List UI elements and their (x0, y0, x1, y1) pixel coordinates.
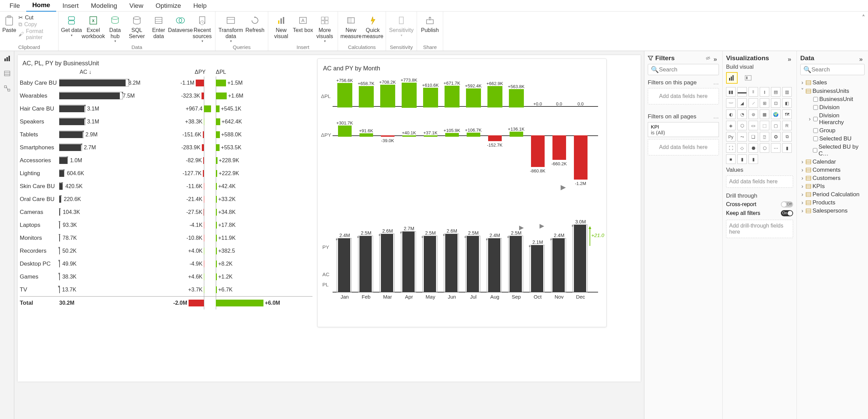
viz-type-item[interactable]: ⛶ (726, 143, 736, 153)
viz-type-item[interactable]: ⬚ (760, 121, 769, 130)
recent-sources-button[interactable]: Recent sources▾ (191, 13, 213, 43)
values-drop[interactable]: Add data fields here (726, 175, 793, 188)
viz-type-item[interactable]: ⊡ (771, 98, 781, 108)
viz-type-item[interactable]: ◈ (726, 121, 736, 130)
data-search[interactable]: 🔍 (800, 64, 865, 75)
get-data-button[interactable]: Get data▾ (61, 13, 82, 37)
viz-type-item[interactable]: R (782, 121, 792, 130)
page-filters-drop[interactable]: Add data fields here (648, 88, 719, 104)
viz-type-item[interactable]: ▦ (760, 110, 769, 119)
viz-type-item[interactable]: ◔ (737, 110, 747, 119)
viz-type-item[interactable]: ▮ (737, 154, 747, 164)
viz-type-item[interactable]: ■ (726, 154, 736, 164)
field-checkbox[interactable] (813, 128, 818, 133)
tree-field[interactable]: Division (800, 103, 865, 112)
field-checkbox[interactable] (813, 117, 818, 121)
bu-chart-visual[interactable]: AC, PL, PY by BusinessUnit AC ↓ ΔPY ΔPL … (20, 57, 312, 309)
filters-search[interactable]: 🔍 (648, 64, 719, 75)
expand-viz-icon[interactable]: » (788, 55, 793, 61)
menu-help[interactable]: Help (187, 0, 213, 12)
ribbon-collapse-icon[interactable]: ˄ (862, 14, 865, 21)
report-canvas[interactable]: AC, PL, PY by BusinessUnit AC ↓ ΔPY ΔPL … (14, 51, 644, 419)
drill-through-drop[interactable]: Add drill-through fields here (726, 220, 793, 238)
viz-type-item[interactable]: ▥ (782, 87, 792, 97)
viz-type-item[interactable]: ◢ (737, 98, 747, 108)
dataverse-button[interactable]: Dataverse (170, 13, 191, 33)
tree-table-salespersons[interactable]: ›Salespersons (800, 207, 865, 215)
tree-field[interactable]: Group (800, 127, 865, 135)
menu-optimize[interactable]: Optimize (149, 0, 187, 12)
menu-view[interactable]: View (123, 0, 149, 12)
viz-type-item[interactable]: ▭ (749, 121, 758, 130)
viz-type-item[interactable]: ◧ (782, 98, 792, 108)
viz-type-item[interactable]: ✪ (771, 132, 781, 141)
month-chart-visual[interactable]: AC and PY by Month ΔPL +756.6K+658.7K+70… (317, 58, 607, 327)
format-visual-tab[interactable] (742, 72, 754, 84)
viz-type-item[interactable]: 〰 (726, 98, 736, 108)
tree-table-products[interactable]: ›Products (800, 199, 865, 207)
sql-server-button[interactable]: SQL Server (126, 13, 148, 39)
data-view-icon[interactable] (3, 69, 11, 78)
viz-type-item[interactable]: 🗺 (782, 110, 792, 119)
viz-type-item[interactable]: ▤ (771, 87, 781, 97)
viz-type-item[interactable]: ⊚ (749, 110, 758, 119)
excel-workbook-button[interactable]: XExcel workbook (82, 13, 104, 39)
play-icon[interactable]: ▶ (540, 222, 544, 230)
viz-type-item[interactable]: ⤳ (737, 132, 747, 141)
viz-type-item[interactable]: ⍰ (760, 132, 769, 141)
refresh-button[interactable]: Refresh (244, 13, 266, 33)
viz-type-item[interactable]: ⬣ (749, 143, 758, 153)
cut-button[interactable]: ✂Cut (18, 14, 56, 21)
viz-type-item[interactable]: 🌍 (771, 110, 781, 119)
data-search-input[interactable] (811, 66, 868, 73)
report-view-icon[interactable] (3, 54, 11, 63)
viz-type-item[interactable]: ⬡ (760, 143, 769, 153)
viz-type-item[interactable]: ⋯ (771, 143, 781, 153)
paste-button[interactable]: Paste (2, 13, 16, 33)
model-view-icon[interactable] (3, 84, 11, 93)
expand-data-icon[interactable]: » (859, 55, 865, 61)
filters-search-input[interactable] (659, 66, 731, 73)
viz-type-item[interactable]: ⬡ (737, 121, 747, 130)
menu-modeling[interactable]: Modeling (85, 0, 123, 12)
viz-type-item[interactable]: ▮▮ (726, 87, 736, 97)
viz-type-item[interactable]: ❏ (749, 132, 758, 141)
viz-type-item[interactable]: Py (726, 132, 736, 141)
field-checkbox[interactable] (813, 148, 817, 153)
tree-field[interactable]: BusinessUnit (800, 95, 865, 103)
tree-table-comments[interactable]: ›Comments (800, 166, 865, 174)
expand-pane-icon[interactable]: » (713, 55, 719, 61)
tree-field[interactable]: Selected BU by C… (800, 143, 865, 158)
tree-table-sales[interactable]: ›Sales (800, 79, 865, 87)
field-checkbox[interactable] (813, 136, 818, 141)
data-hub-button[interactable]: Data hub▾ (104, 13, 126, 43)
viz-type-item[interactable]: ▮ (749, 154, 758, 164)
kpi-filter-card[interactable]: KPI is (All) (648, 122, 719, 137)
publish-button[interactable]: Publish (419, 13, 441, 33)
menu-file[interactable]: File (3, 0, 26, 12)
field-checkbox[interactable] (813, 97, 818, 102)
keep-all-filters-toggle[interactable]: On (781, 210, 793, 216)
viz-type-item[interactable]: ⫿ (760, 87, 769, 97)
viz-type-item[interactable]: ▢ (771, 121, 781, 130)
play-icon[interactable]: ▶ (519, 224, 524, 231)
play-icon[interactable]: ▶ (561, 183, 566, 191)
quick-measure-button[interactable]: Quick measure (362, 13, 384, 39)
text-box-button[interactable]: AText box (292, 13, 314, 33)
tree-table-kpis[interactable]: ›KPIs (800, 182, 865, 190)
menu-home[interactable]: Home (26, 0, 57, 12)
viz-type-item[interactable]: ⊞ (760, 98, 769, 108)
viz-type-item[interactable]: ▬▬ (737, 87, 747, 97)
viz-type-item[interactable]: ◇ (737, 143, 747, 153)
build-visual-tab[interactable] (726, 72, 738, 84)
tree-table-calendar[interactable]: ›Calendar (800, 158, 865, 166)
new-visual-button[interactable]: New visual (270, 13, 292, 39)
viz-type-item[interactable]: ◐ (726, 110, 736, 119)
tree-field[interactable]: Selected BU (800, 135, 865, 143)
new-measure-button[interactable]: New measure (340, 13, 362, 39)
more-visuals-button[interactable]: More visuals▾ (314, 13, 336, 43)
enter-data-button[interactable]: Enter data (148, 13, 170, 39)
menu-insert[interactable]: Insert (56, 0, 85, 12)
viz-type-item[interactable]: ▮ (782, 143, 792, 153)
tree-field[interactable]: › Division Hierarchy (800, 112, 865, 127)
